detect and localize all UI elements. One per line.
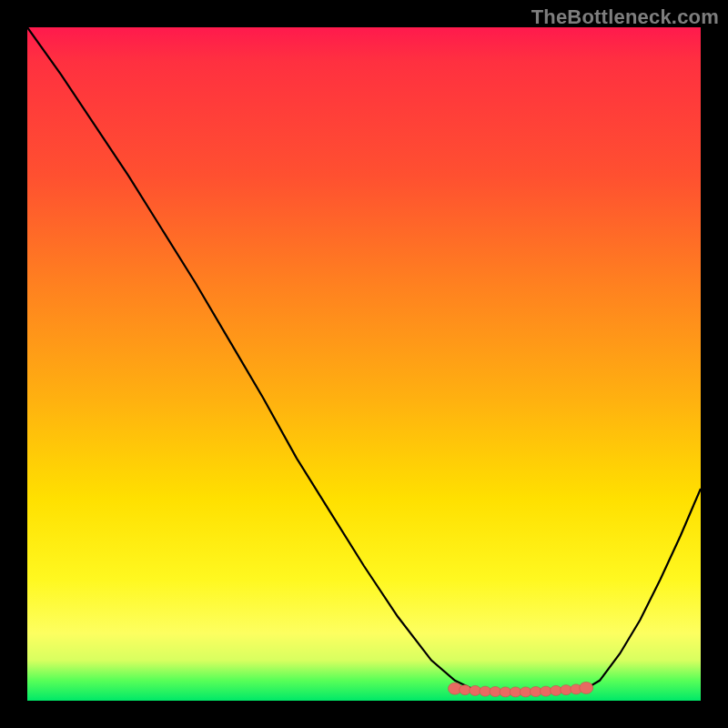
valley-marker xyxy=(530,687,541,697)
valley-marker xyxy=(520,687,531,697)
valley-marker xyxy=(460,685,471,695)
plot-area xyxy=(27,27,701,701)
valley-marker xyxy=(500,687,511,697)
valley-marker xyxy=(580,682,593,693)
chart-frame: TheBottleneck.com xyxy=(0,0,728,728)
valley-marker xyxy=(551,685,562,695)
valley-marker xyxy=(561,685,572,695)
curve-right-branch xyxy=(586,489,701,689)
curve-left-branch xyxy=(27,27,471,689)
watermark-text: TheBottleneck.com xyxy=(531,5,719,29)
valley-marker xyxy=(470,685,481,695)
valley-marker xyxy=(490,687,501,697)
valley-marker xyxy=(540,686,551,696)
valley-marker xyxy=(480,686,491,696)
valley-marker xyxy=(510,687,521,697)
curve-group xyxy=(27,27,701,692)
marker-group xyxy=(448,682,592,696)
curve-layer xyxy=(27,27,701,701)
